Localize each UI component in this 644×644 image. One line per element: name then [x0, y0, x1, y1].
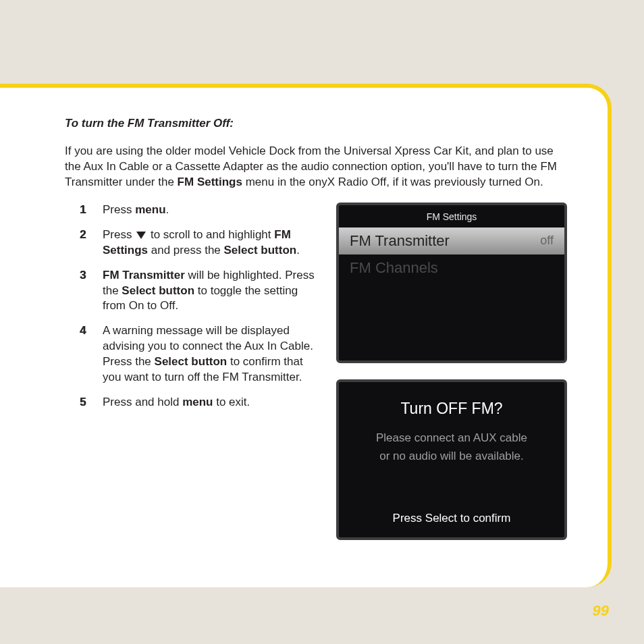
content-card: To turn the FM Transmitter Off: If you a… — [0, 84, 612, 587]
dialog-action-hint[interactable]: Press Select to confirm — [348, 511, 555, 531]
step-3: 3 FM Transmitter will be highlighted. Pr… — [103, 268, 317, 315]
menu-item-fm-channels[interactable]: FM Channels — [339, 254, 564, 281]
device-title: FM Settings — [339, 205, 564, 227]
dialog-message: Please connect an AUX cable or no audio … — [348, 429, 555, 511]
step-bold: Select button — [224, 244, 297, 257]
steps-column: 1 Press menu. 2 Press to scroll to and h… — [65, 203, 317, 420]
device-screen-fm-settings: FM Settings FM Transmitter off FM Channe… — [336, 203, 567, 363]
step-number: 5 — [80, 395, 86, 410]
intro-bold: FM Settings — [178, 176, 242, 188]
section-heading: To turn the FM Transmitter Off: — [65, 116, 567, 132]
step-number: 4 — [80, 323, 86, 339]
step-bold: Select button — [122, 284, 194, 297]
dialog-title: Turn OFF FM? — [348, 398, 555, 419]
manual-page: To turn the FM Transmitter Off: If you a… — [0, 0, 644, 644]
step-number: 1 — [80, 203, 86, 218]
step-bold: menu — [135, 203, 165, 216]
step-number: 3 — [80, 268, 86, 284]
step-4: 4 A warning message will be displayed ad… — [103, 323, 317, 385]
step-5: 5 Press and hold menu to exit. — [103, 395, 317, 410]
step-text: Press — [103, 203, 135, 216]
intro-text-c: menu in the onyX Radio Off, if it was pr… — [242, 176, 543, 188]
menu-item-fm-transmitter[interactable]: FM Transmitter off — [339, 227, 564, 254]
step-text: and press the — [148, 244, 223, 257]
step-bold: Select button — [155, 355, 227, 368]
menu-item-label: FM Channels — [350, 258, 438, 278]
step-1: 1 Press menu. — [103, 203, 317, 218]
step-text: . — [296, 244, 300, 257]
step-text: Press and hold — [103, 396, 182, 408]
menu-item-label: FM Transmitter — [350, 231, 450, 251]
screenshots-column: FM Settings FM Transmitter off FM Channe… — [336, 203, 567, 540]
dialog-msg-line: or no audio will be available. — [379, 450, 524, 462]
page-number: 99 — [593, 602, 609, 620]
step-text: to exit. — [213, 396, 250, 408]
step-text: to scroll to and highlight — [147, 228, 274, 241]
step-text: . — [166, 203, 169, 216]
dialog-msg-line: Please connect an AUX cable — [376, 431, 527, 444]
step-text: Press — [103, 228, 135, 241]
intro-paragraph: If you are using the older model Vehicle… — [65, 144, 567, 190]
menu-item-value: off — [540, 232, 554, 248]
step-2: 2 Press to scroll to and highlight FM Se… — [103, 227, 317, 259]
step-bold: FM Transmitter — [103, 269, 185, 281]
device-screen-confirm-dialog: Turn OFF FM? Please connect an AUX cable… — [336, 379, 567, 540]
step-bold: menu — [182, 396, 213, 408]
step-number: 2 — [80, 227, 86, 243]
down-arrow-icon — [136, 232, 146, 239]
